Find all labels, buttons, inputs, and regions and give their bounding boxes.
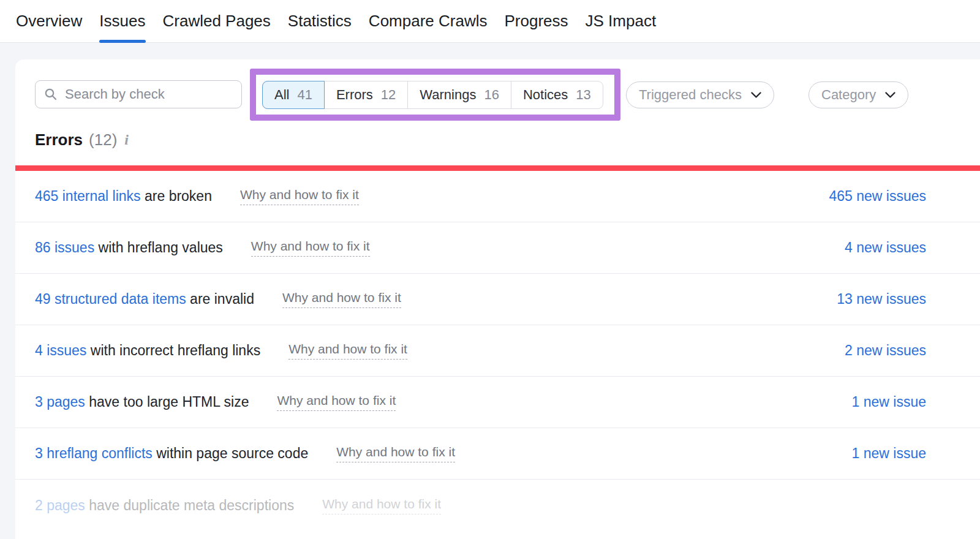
why-how-to-fix-link[interactable]: Why and how to fix it <box>282 290 401 308</box>
issue-text: 3 hreflang conflicts within page source … <box>35 445 308 462</box>
chevron-down-icon <box>885 92 895 99</box>
why-how-to-fix-link[interactable]: Why and how to fix it <box>251 239 370 257</box>
tab-overview[interactable]: Overview <box>16 0 82 42</box>
issue-text: 3 pages have too large HTML size <box>35 394 249 410</box>
category-dropdown[interactable]: Category <box>809 81 908 108</box>
issue-text: 4 issues with incorrect hreflang links <box>35 342 260 359</box>
filter-warnings-count: 16 <box>484 87 499 103</box>
issue-count-link[interactable]: 86 issues <box>35 239 94 255</box>
new-issues-link[interactable]: 1 new issue <box>852 394 926 410</box>
tab-js-impact-label: JS Impact <box>586 12 657 31</box>
why-how-to-fix-link[interactable]: Why and how to fix it <box>322 497 441 514</box>
issues-list: 465 internal links are broken Why and ho… <box>15 171 980 531</box>
issue-description: have too large HTML size <box>85 394 249 410</box>
tab-crawled-pages-label: Crawled Pages <box>163 12 271 31</box>
issue-description: are invalid <box>186 291 254 307</box>
issue-text: 2 pages have duplicate meta descriptions <box>35 497 294 514</box>
tab-js-impact[interactable]: JS Impact <box>586 0 657 42</box>
tab-statistics[interactable]: Statistics <box>288 0 352 42</box>
tab-crawled-pages[interactable]: Crawled Pages <box>163 0 271 42</box>
chevron-down-icon <box>751 92 761 99</box>
why-how-to-fix-link[interactable]: Why and how to fix it <box>288 342 407 360</box>
search-input[interactable] <box>65 86 241 102</box>
issue-count-link[interactable]: 49 structured data items <box>35 291 186 307</box>
triggered-checks-dropdown[interactable]: Triggered checks <box>626 81 774 108</box>
filter-all[interactable]: All 41 <box>262 81 325 109</box>
tab-compare-crawls[interactable]: Compare Crawls <box>369 0 488 42</box>
severity-filter-group: All 41 Errors 12 Warnings 16 Notices 13 <box>262 81 603 109</box>
issue-row: 86 issues with hreflang values Why and h… <box>15 222 980 274</box>
tab-progress-label: Progress <box>504 12 568 31</box>
search-by-check-input[interactable] <box>35 80 242 108</box>
why-how-to-fix-link[interactable]: Why and how to fix it <box>336 445 455 462</box>
filter-errors[interactable]: Errors 12 <box>325 81 408 108</box>
category-label: Category <box>821 87 876 103</box>
filter-notices-count: 13 <box>576 87 590 103</box>
errors-severity-bar <box>15 165 980 171</box>
tab-progress[interactable]: Progress <box>504 0 568 42</box>
issue-row: 3 hreflang conflicts within page source … <box>15 428 980 480</box>
issue-count-link[interactable]: 2 pages <box>35 497 85 513</box>
issue-description: with incorrect hreflang links <box>86 342 260 358</box>
tab-overview-label: Overview <box>16 12 82 31</box>
issue-description: are broken <box>141 188 212 204</box>
filter-all-count: 41 <box>297 87 312 103</box>
issue-count-link[interactable]: 3 hreflang conflicts <box>35 445 153 461</box>
filter-all-label: All <box>274 87 289 103</box>
annotation-highlight-box: All 41 Errors 12 Warnings 16 Notices 13 <box>250 69 620 121</box>
issue-row: 2 pages have duplicate meta descriptions… <box>15 480 980 531</box>
tab-statistics-label: Statistics <box>288 12 352 31</box>
triggered-checks-label: Triggered checks <box>639 87 742 103</box>
issue-row: 4 issues with incorrect hreflang links W… <box>15 325 980 377</box>
top-nav: Overview Issues Crawled Pages Statistics… <box>0 0 980 43</box>
why-how-to-fix-link[interactable]: Why and how to fix it <box>240 187 359 205</box>
tab-issues[interactable]: Issues <box>99 0 145 42</box>
issue-description: within page source code <box>153 445 308 461</box>
issue-description: with hreflang values <box>94 239 223 255</box>
new-issues-link[interactable]: 4 new issues <box>845 239 926 256</box>
section-count: (12) <box>89 130 117 149</box>
issue-row: 465 internal links are broken Why and ho… <box>15 171 980 222</box>
new-issues-link[interactable]: 465 new issues <box>829 188 926 205</box>
filter-warnings[interactable]: Warnings 16 <box>408 81 511 108</box>
filter-notices-label: Notices <box>523 87 568 103</box>
new-issues-link[interactable]: 13 new issues <box>837 291 926 307</box>
issue-count-link[interactable]: 4 issues <box>35 342 86 358</box>
filter-notices[interactable]: Notices 13 <box>511 81 603 108</box>
why-how-to-fix-link[interactable]: Why and how to fix it <box>277 393 396 411</box>
filter-errors-label: Errors <box>336 87 373 103</box>
new-issues-link[interactable]: 1 new issue <box>852 445 926 462</box>
new-issues-link[interactable]: 2 new issues <box>845 342 926 359</box>
issue-text: 86 issues with hreflang values <box>35 239 223 256</box>
tab-issues-label: Issues <box>99 12 145 31</box>
issue-text: 49 structured data items are invalid <box>35 291 254 307</box>
info-icon[interactable]: i <box>123 132 129 148</box>
issue-row: 49 structured data items are invalid Why… <box>15 274 980 325</box>
errors-section-header: Errors (12) i <box>35 130 129 149</box>
filter-errors-count: 12 <box>381 87 396 103</box>
filter-warnings-label: Warnings <box>420 87 476 103</box>
issue-text: 465 internal links are broken <box>35 188 212 205</box>
issue-row: 3 pages have too large HTML size Why and… <box>15 377 980 428</box>
issue-count-link[interactable]: 3 pages <box>35 394 85 410</box>
issues-card: All 41 Errors 12 Warnings 16 Notices 13 … <box>15 59 980 539</box>
section-title: Errors <box>35 130 83 149</box>
issue-count-link[interactable]: 465 internal links <box>35 188 141 204</box>
tab-compare-crawls-label: Compare Crawls <box>369 12 488 31</box>
issue-description: have duplicate meta descriptions <box>85 497 294 513</box>
search-icon <box>44 88 58 101</box>
